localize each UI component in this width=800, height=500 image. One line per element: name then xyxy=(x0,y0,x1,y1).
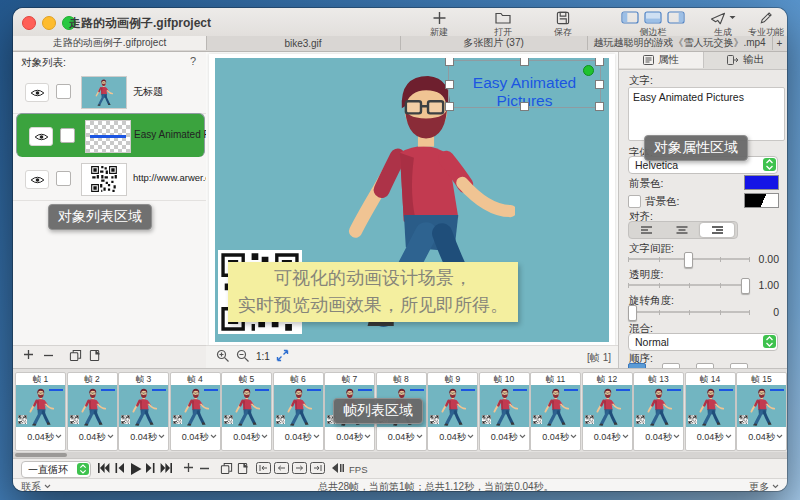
resize-handle[interactable] xyxy=(595,58,604,66)
frame-card[interactable]: 帧 10.04秒 xyxy=(15,372,66,451)
add-tab-button[interactable]: + xyxy=(772,36,787,50)
move-frame-left-icon[interactable] xyxy=(274,462,289,474)
slider-thumb[interactable] xyxy=(628,305,637,321)
frame-duration-dropdown[interactable]: 0.04秒 xyxy=(325,427,374,447)
help-button[interactable]: ? xyxy=(190,55,196,67)
rotation-handle[interactable] xyxy=(583,65,594,76)
add-object-button[interactable] xyxy=(23,349,34,360)
frame-duration-dropdown[interactable]: 0.04秒 xyxy=(634,427,683,447)
add-frame-button[interactable] xyxy=(183,462,194,473)
tab-project[interactable]: 走路的动画例子.gifproject xyxy=(13,36,207,50)
animation-scene[interactable]: Easy Animated Pictures xyxy=(215,58,609,342)
toggle-right-panel-icon[interactable] xyxy=(667,11,685,24)
rotation-slider[interactable] xyxy=(628,305,750,319)
frame-duration-dropdown[interactable]: 0.04秒 xyxy=(16,427,65,447)
remove-object-button[interactable] xyxy=(43,354,54,357)
frame-duration-dropdown[interactable]: 0.04秒 xyxy=(222,427,271,447)
play-button[interactable] xyxy=(129,462,142,476)
text-value-input[interactable]: Easy Animated Pictures xyxy=(628,87,785,141)
frame-thumbnail[interactable] xyxy=(428,385,477,427)
frame-card[interactable]: 帧 140.04秒 xyxy=(685,372,736,451)
background-color-swatch[interactable] xyxy=(744,193,779,208)
frame-thumbnail[interactable] xyxy=(737,385,786,427)
resize-handle[interactable] xyxy=(445,58,454,66)
frame-card[interactable]: 帧 130.04秒 xyxy=(633,372,684,451)
frame-thumbnail[interactable] xyxy=(171,385,220,427)
frame-duration-dropdown[interactable]: 0.04秒 xyxy=(583,427,632,447)
visibility-eye-icon[interactable] xyxy=(29,127,53,146)
blend-dropdown[interactable]: Normal xyxy=(628,333,778,351)
sidebar-toggle-group[interactable]: 侧边栏 xyxy=(619,10,687,39)
align-center-button[interactable] xyxy=(665,223,699,237)
move-frame-right-icon[interactable] xyxy=(292,462,307,474)
tab-attributes[interactable]: 属性 xyxy=(619,52,704,68)
toggle-left-panel-icon[interactable] xyxy=(621,11,639,24)
align-left-button[interactable] xyxy=(630,223,664,237)
text-object-selection[interactable]: Easy Animated Pictures xyxy=(448,60,601,108)
frame-card[interactable]: 帧 110.04秒 xyxy=(530,372,581,451)
frame-thumbnail[interactable] xyxy=(274,385,323,427)
object-checkbox[interactable] xyxy=(56,84,71,99)
contact-menu[interactable]: 联系 xyxy=(21,480,51,491)
align-right-button[interactable] xyxy=(700,223,734,237)
resize-handle[interactable] xyxy=(445,80,454,89)
frame-duration-dropdown[interactable]: 0.04秒 xyxy=(531,427,580,447)
zoom-in-icon[interactable] xyxy=(216,349,230,363)
close-window-button[interactable] xyxy=(22,16,36,30)
generate-button[interactable]: 生成 xyxy=(703,10,743,39)
resize-handle[interactable] xyxy=(445,102,454,111)
fit-to-window-icon[interactable] xyxy=(276,349,289,362)
visibility-eye-icon[interactable] xyxy=(25,170,49,189)
frame-thumbnail[interactable] xyxy=(634,385,683,427)
frame-duration-dropdown[interactable]: 0.04秒 xyxy=(68,427,117,447)
move-frame-to-end-icon[interactable] xyxy=(310,462,325,474)
paste-object-icon[interactable] xyxy=(89,349,101,362)
pro-features-button[interactable]: 专业功能 xyxy=(745,10,787,39)
frame-thumbnail[interactable] xyxy=(686,385,735,427)
frame-card[interactable]: 帧 30.04秒 xyxy=(118,372,169,451)
tab-bike3[interactable]: bike3.gif xyxy=(206,36,401,50)
frame-thumbnail[interactable] xyxy=(480,385,529,427)
frame-card[interactable]: 帧 60.04秒 xyxy=(273,372,324,451)
zoom-actual-size-button[interactable]: 1:1 xyxy=(256,351,270,362)
more-menu[interactable]: 更多 xyxy=(749,480,779,491)
object-row-untitled[interactable]: 无标题 xyxy=(13,70,206,114)
tab-output[interactable]: 输出 xyxy=(703,52,787,68)
frame-card[interactable]: 帧 50.04秒 xyxy=(221,372,272,451)
toggle-bottom-panel-icon[interactable] xyxy=(644,11,662,24)
object-checkbox[interactable] xyxy=(56,171,71,186)
frame-card[interactable]: 帧 20.04秒 xyxy=(67,372,118,451)
letter-spacing-slider[interactable] xyxy=(628,252,750,266)
frame-card[interactable]: 帧 150.04秒 xyxy=(736,372,787,451)
slider-thumb[interactable] xyxy=(684,252,693,268)
remove-frame-button[interactable] xyxy=(199,467,210,470)
frame-thumbnail[interactable] xyxy=(16,385,65,427)
save-button[interactable]: 保存 xyxy=(545,10,581,39)
resize-handle[interactable] xyxy=(520,58,529,66)
zoom-out-icon[interactable] xyxy=(236,349,250,363)
frame-card[interactable]: 帧 120.04秒 xyxy=(582,372,633,451)
frame-duration-dropdown[interactable]: 0.04秒 xyxy=(119,427,168,447)
frame-duration-dropdown[interactable]: 0.04秒 xyxy=(480,427,529,447)
frame-duration-dropdown[interactable]: 0.04秒 xyxy=(171,427,220,447)
object-row-text-selected[interactable]: Easy Animated Pictures xyxy=(16,113,205,157)
loop-mode-dropdown[interactable]: 一直循环 xyxy=(21,461,91,478)
tab-multi-images[interactable]: 多张图片 (37) xyxy=(400,36,588,50)
paste-frame-icon[interactable] xyxy=(237,462,249,475)
frame-duration-dropdown[interactable]: 0.04秒 xyxy=(686,427,735,447)
frame-thumbnail[interactable] xyxy=(222,385,271,427)
move-frame-to-start-icon[interactable] xyxy=(256,462,271,474)
object-checkbox[interactable] xyxy=(60,128,75,143)
resize-handle[interactable] xyxy=(595,80,604,89)
canvas-document[interactable]: Easy Animated Pictures xyxy=(209,54,615,346)
frame-card[interactable]: 帧 100.04秒 xyxy=(479,372,530,451)
scrollbar-thumb[interactable] xyxy=(15,453,67,457)
copy-frame-icon[interactable] xyxy=(220,462,233,475)
frame-thumbnail[interactable] xyxy=(68,385,117,427)
frame-duration-dropdown[interactable]: 0.04秒 xyxy=(737,427,786,447)
new-button[interactable]: 新建 xyxy=(421,10,457,39)
skip-to-start-button[interactable] xyxy=(97,462,110,474)
previous-frame-button[interactable] xyxy=(114,462,125,474)
opacity-slider[interactable] xyxy=(628,278,750,292)
frame-thumbnail[interactable] xyxy=(531,385,580,427)
